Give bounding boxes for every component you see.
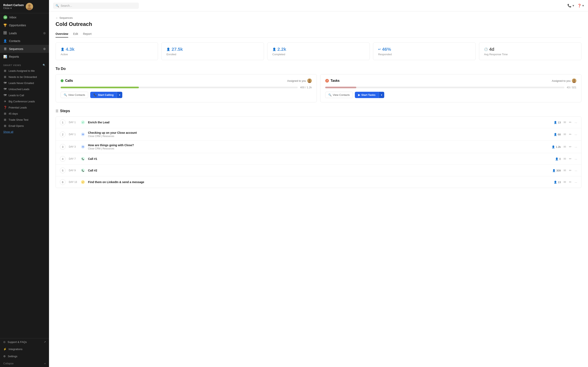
calls-view-contacts-button[interactable]: 🔍 View Contacts <box>61 92 88 98</box>
reports-icon: 📊 <box>3 55 7 58</box>
stat-completed-icon: 👤 <box>272 48 276 51</box>
sidebar-company[interactable]: Close ▾ <box>3 7 24 9</box>
step-email-button[interactable]: ✉ <box>563 169 566 172</box>
tasks-start-caret-button[interactable]: ▾ <box>379 92 384 98</box>
calls-card-actions: 🔍 View Contacts 📞 Start Calling ▾ <box>61 92 312 98</box>
step-edit-button[interactable]: ✏ <box>569 133 572 136</box>
calls-progress-text: 400 / 1.2k <box>300 86 312 89</box>
smart-view-needs-onboarded[interactable]: ⊞ Needs to be Onboarded <box>0 74 49 80</box>
search-input[interactable] <box>61 4 136 7</box>
nav-leads[interactable]: Leads ⊕ <box>0 29 49 37</box>
nav-contacts[interactable]: 👤 Contacts <box>0 37 49 45</box>
stat-avg-icon: 🕐 <box>484 48 488 51</box>
sequences-add-button[interactable]: ⊕ <box>43 47 46 51</box>
step-count: 👤 0 <box>555 157 561 160</box>
smart-view-big-conference[interactable]: ✈ Big Conference Leads <box>0 98 49 104</box>
smart-view-icon: ⊞ <box>3 118 7 121</box>
calls-status-dot <box>61 79 63 82</box>
smart-view-email-opens[interactable]: ⊞ Email Opens <box>0 123 49 129</box>
tasks-view-contacts-button[interactable]: 🔍 View Contacts <box>325 92 353 98</box>
step-edit-button[interactable]: ✏ <box>569 120 572 124</box>
step-more-button[interactable]: ··· <box>575 169 577 172</box>
leads-icon <box>3 31 7 35</box>
table-row: 2 DAY 1 ✉ Checking up on your Close acco… <box>56 128 581 141</box>
step-status-icon: ✓ <box>81 180 85 184</box>
calls-start-calling-button[interactable]: 📞 Start Calling <box>90 92 117 98</box>
leads-add-button[interactable]: ⊕ <box>43 31 46 35</box>
support-item[interactable]: ⊙ Support & FAQs ↗ <box>0 338 49 346</box>
smart-view-leads-to-call[interactable]: 🗺 Leads to Call <box>0 92 49 98</box>
tasks-card-actions: 🔍 View Contacts ▶ Start Tasks ▾ <box>325 92 576 98</box>
step-email-button[interactable]: ✉ <box>563 180 566 184</box>
calls-start-caret-button[interactable]: ▾ <box>117 92 122 98</box>
smart-view-trade-show[interactable]: ⊞ Trade Show Test <box>0 117 49 123</box>
smart-views-search-icon[interactable]: 🔍 <box>43 64 46 67</box>
smart-view-leads-assigned[interactable]: ⊞ Leads Assigned to Me <box>0 68 49 74</box>
smart-view-potential-leads[interactable]: ❓ Potential Leads <box>0 104 49 110</box>
tasks-card: ✓ Tasks Assigned to you 43 <box>320 74 581 102</box>
step-email-button[interactable]: ✉ <box>563 120 566 124</box>
step-edit-button[interactable]: ✏ <box>569 157 572 161</box>
smart-view-untouched-leads[interactable]: 🗺 Untouched Leads <box>0 86 49 92</box>
step-more-button[interactable]: ··· <box>575 133 577 136</box>
step-edit-button[interactable]: ✏ <box>569 169 572 172</box>
table-row: 3 DAY 3 ✉ How are things going with Clos… <box>56 141 581 153</box>
step-email-button[interactable]: ✉ <box>563 133 566 136</box>
step-email-button[interactable]: ✉ <box>563 157 566 161</box>
step-content: Checking up on your Close account Close … <box>88 131 550 138</box>
step-status-icon: ✉ <box>81 145 85 149</box>
step-actions: 👤 309 ✉ ✏ ··· <box>552 169 577 172</box>
step-actions: 👤 68 ✉ ✏ ··· <box>554 133 577 136</box>
stat-responded-label: Responded <box>378 53 470 56</box>
step-more-button[interactable]: ··· <box>575 145 577 149</box>
smart-view-never-emailed[interactable]: 🗺 Leads Never Emailed <box>0 80 49 86</box>
step-more-button[interactable]: ··· <box>575 121 577 124</box>
people-icon: 👤 <box>552 169 555 172</box>
step-more-button[interactable]: ··· <box>575 180 577 184</box>
settings-item[interactable]: ⚙ Settings <box>0 353 49 360</box>
user-avatar[interactable] <box>26 3 33 10</box>
step-count: 👤 309 <box>552 169 561 172</box>
smart-view-45-days[interactable]: ⊞ 45 days <box>0 110 49 117</box>
nav-reports[interactable]: 📊 Reports <box>0 53 49 60</box>
smart-view-icon: ⊞ <box>3 112 7 115</box>
collapse-button[interactable]: Collapse « <box>0 360 49 367</box>
stat-responded: ↩ 46% Responded <box>373 42 476 60</box>
step-more-button[interactable]: ··· <box>575 157 577 161</box>
nav-sequences[interactable]: ☰ Sequences ⊕ <box>0 45 49 53</box>
tasks-status-icon: ✓ <box>325 79 329 83</box>
nav-inbox[interactable]: 18 Inbox <box>0 13 49 21</box>
tasks-progress-bar-bg <box>325 87 564 88</box>
integrations-item[interactable]: ⚡ Integrations <box>0 346 49 353</box>
step-number: 6 <box>60 179 66 185</box>
calls-assigned-label: Assigned to you <box>287 78 312 83</box>
calls-progress-bar-bg <box>61 87 298 88</box>
sidebar-user[interactable]: Robert Carlsen Close ▾ <box>3 3 33 10</box>
stat-responded-icon: ↩ <box>378 48 381 51</box>
table-row: 6 DAY 13 ✓ Find them on LinkedIn & send … <box>56 176 581 188</box>
svg-rect-4 <box>5 31 7 33</box>
tab-edit[interactable]: Edit <box>73 31 78 38</box>
step-email-button[interactable]: ✉ <box>563 145 566 149</box>
nav-opportunities[interactable]: 🏆 Opportunities <box>0 21 49 29</box>
people-icon: 👤 <box>554 181 557 184</box>
tab-report[interactable]: Report <box>83 31 91 38</box>
breadcrumb[interactable]: ← Sequences <box>56 16 581 19</box>
show-all-button[interactable]: Show all <box>3 130 13 133</box>
tasks-start-tasks-button[interactable]: ▶ Start Tasks <box>355 92 379 98</box>
stat-active-icon: 👤 <box>61 48 65 51</box>
tasks-assigned-label: Assigned to you <box>552 78 576 83</box>
sequences-icon: ☰ <box>3 47 7 51</box>
step-title: Call #2 <box>88 169 549 172</box>
smart-view-icon: 🗺 <box>3 87 7 91</box>
tab-overview[interactable]: Overview <box>56 31 68 38</box>
step-edit-button[interactable]: ✏ <box>569 180 572 184</box>
steps-section-header: ☰ Steps <box>56 109 581 113</box>
help-button[interactable]: ❓ ▾ <box>577 4 584 8</box>
task-icon: ▶ <box>358 93 360 96</box>
back-arrow-icon: ← <box>56 16 58 19</box>
steps-table: 1 DAY 1 ✓ Enrich the Lead 👤 13 ✉ ✏ ··· <box>56 117 581 188</box>
step-edit-button[interactable]: ✏ <box>569 145 572 149</box>
phone-button[interactable]: 📞 ▾ <box>567 4 574 8</box>
step-title: Call #1 <box>88 157 552 160</box>
